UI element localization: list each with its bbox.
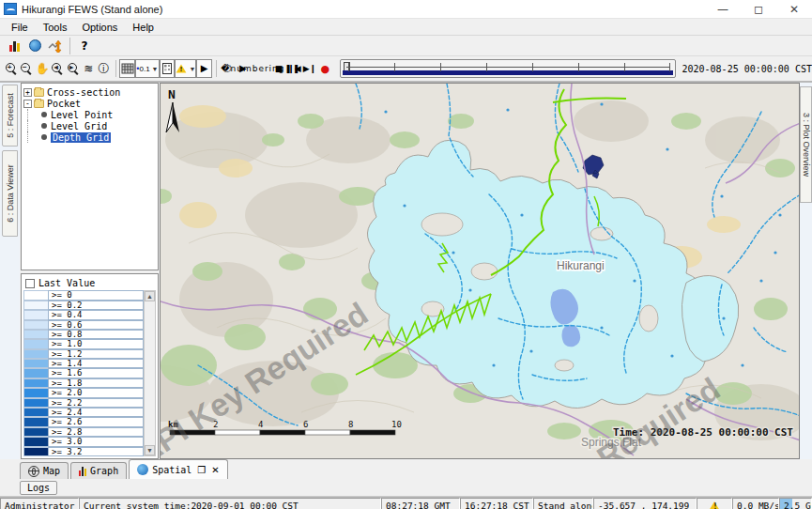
- zoom-in-icon[interactable]: +: [4, 59, 19, 78]
- menu-help[interactable]: Help: [125, 21, 161, 34]
- map-view[interactable]: N km 2 4 6 8 10 Hi: [160, 83, 800, 459]
- menu-file[interactable]: File: [4, 21, 36, 34]
- status-coordinates: -35.657 , 174.199: [593, 498, 697, 509]
- globe-icon: [137, 464, 148, 475]
- grid-display-icon[interactable]: [119, 59, 134, 78]
- legend-toggle-icon[interactable]: [160, 59, 175, 78]
- tab-maximize-icon[interactable]: ❐: [197, 465, 206, 475]
- tab-plot-overview[interactable]: 3 : Plot Overview: [800, 86, 812, 203]
- tree-item-label: Level Grid: [51, 121, 107, 131]
- thresholds-warning-dropdown[interactable]: ▼: [175, 59, 196, 78]
- timeline-tick: [394, 63, 395, 71]
- timeline-slider[interactable]: [340, 59, 676, 78]
- legend-threshold-label: >= 3.0: [48, 437, 144, 446]
- timeline-tick: [669, 63, 670, 71]
- folder-icon: [34, 100, 44, 108]
- animation-dialog-icon[interactable]: ▶: [196, 59, 211, 78]
- tab-graph[interactable]: Graph: [70, 462, 127, 479]
- svg-text:4: 4: [258, 420, 263, 429]
- status-mode: Stand alone: [533, 498, 593, 509]
- legend-threshold-label: >= 2.6: [48, 417, 144, 426]
- window-title: Hikurangi FEWS (Stand alone): [22, 4, 162, 15]
- tree-item-label: Cross-section: [47, 87, 120, 98]
- legend-threshold-label: >= 2.2: [48, 398, 144, 408]
- close-button[interactable]: ✕: [776, 0, 812, 18]
- tree-expander-icon[interactable]: -: [23, 100, 32, 108]
- legend-row[interactable]: >= 1.6: [23, 368, 144, 378]
- tree-item-pocket[interactable]: -Pocket: [23, 98, 156, 109]
- legend-scrollbar[interactable]: ▲ ▼: [144, 290, 156, 456]
- logs-row: Logs: [0, 479, 812, 497]
- tab-map[interactable]: Map: [20, 462, 69, 479]
- legend-color-swatch: [23, 290, 48, 300]
- tab-close-icon[interactable]: ✕: [211, 465, 219, 475]
- legend-row[interactable]: >= 3.2: [23, 447, 144, 456]
- help-button[interactable]: ?: [74, 37, 95, 55]
- legend-threshold-label: >= 0.8: [48, 330, 144, 339]
- legend-row[interactable]: >= 0.8: [23, 330, 144, 339]
- menu-options[interactable]: Options: [74, 21, 125, 34]
- tree-item-level-point[interactable]: Level Point: [23, 109, 156, 120]
- tab-forecast[interactable]: 5 : Forecast: [2, 85, 18, 147]
- timeseries-dialog-icon[interactable]: [45, 37, 66, 55]
- legend-color-swatch: [23, 398, 48, 408]
- last-value-checkbox[interactable]: [25, 279, 35, 288]
- explorer-charts-icon[interactable]: [4, 37, 24, 55]
- status-warning[interactable]: [697, 498, 732, 509]
- stop-button[interactable]: ■: [271, 59, 286, 78]
- timeline-tick: [578, 63, 579, 71]
- scroll-down-icon[interactable]: ▼: [145, 445, 155, 455]
- pause-button[interactable]: �numbering❚❚: [251, 59, 271, 78]
- zoom-previous-icon[interactable]: ◂: [51, 59, 66, 78]
- legend-row[interactable]: >= 0.4: [23, 310, 144, 319]
- contour-interval-dropdown[interactable]: •0.1▼: [135, 59, 160, 78]
- scroll-up-icon[interactable]: ▲: [145, 291, 155, 301]
- tree-expander-icon[interactable]: +: [23, 88, 32, 97]
- svg-text:8: 8: [348, 420, 353, 429]
- logs-button[interactable]: Logs: [20, 481, 57, 495]
- legend-color-swatch: [23, 301, 48, 310]
- tree-item-cross-section[interactable]: +Cross-section: [23, 86, 156, 98]
- spatial-display-globe-icon[interactable]: [24, 37, 45, 55]
- record-button[interactable]: ●: [317, 59, 332, 78]
- maximize-button[interactable]: ◻: [741, 0, 776, 18]
- tab-data-viewer[interactable]: 6 : Data Viewer: [2, 150, 18, 237]
- legend-row[interactable]: >= 1.0: [23, 339, 144, 348]
- skip-to-end-button[interactable]: ▶❙: [302, 59, 317, 78]
- tree-item-level-grid[interactable]: Level Grid: [23, 120, 156, 131]
- tree-item-label: Pocket: [47, 99, 81, 109]
- legend-row[interactable]: >= 2.8: [23, 427, 144, 437]
- legend-row[interactable]: >= 3.0: [23, 437, 144, 446]
- legend-row[interactable]: >= 1.8: [23, 378, 144, 388]
- legend-row[interactable]: >= 1.2: [23, 349, 144, 359]
- legend-color-swatch: [23, 359, 48, 368]
- legend-threshold-label: >= 2.4: [48, 408, 144, 417]
- skip-to-start-button[interactable]: ❙◀: [286, 59, 301, 78]
- legend-row[interactable]: >= 0: [23, 290, 144, 300]
- info-icon[interactable]: ⓘ: [96, 59, 111, 78]
- legend-row[interactable]: >= 2.0: [23, 388, 144, 397]
- legend-row[interactable]: >= 2.4: [23, 408, 144, 417]
- legend-row[interactable]: >= 0.6: [23, 320, 144, 330]
- legend-color-swatch: [23, 447, 48, 456]
- legend-row[interactable]: >= 0.2: [23, 301, 144, 310]
- zoom-next-icon[interactable]: ▸: [66, 59, 81, 78]
- svg-text:N: N: [168, 87, 176, 101]
- svg-text:10: 10: [391, 420, 402, 429]
- zoom-out-icon[interactable]: −: [19, 59, 34, 78]
- legend-row[interactable]: >= 1.4: [23, 359, 144, 368]
- minimize-button[interactable]: —: [705, 0, 741, 18]
- pan-hand-icon[interactable]: ✋: [35, 59, 51, 78]
- legend-color-swatch: [23, 437, 48, 446]
- legend-row[interactable]: >= 2.6: [23, 417, 144, 426]
- place-label-hikurangi: Hikurangi: [557, 259, 605, 272]
- status-local-time: 16:27:18 CST: [460, 498, 533, 509]
- menu-tools[interactable]: Tools: [36, 21, 75, 34]
- svg-text:2: 2: [213, 420, 218, 429]
- tab-spatial[interactable]: Spatial❐✕: [129, 459, 228, 479]
- tree-item-depth-grid[interactable]: Depth Grid: [23, 131, 156, 143]
- legend-row[interactable]: >= 2.2: [23, 398, 144, 408]
- layers-icon[interactable]: ≋: [81, 59, 96, 78]
- legend-threshold-label: >= 2.8: [48, 427, 144, 437]
- legend-color-swatch: [23, 349, 48, 359]
